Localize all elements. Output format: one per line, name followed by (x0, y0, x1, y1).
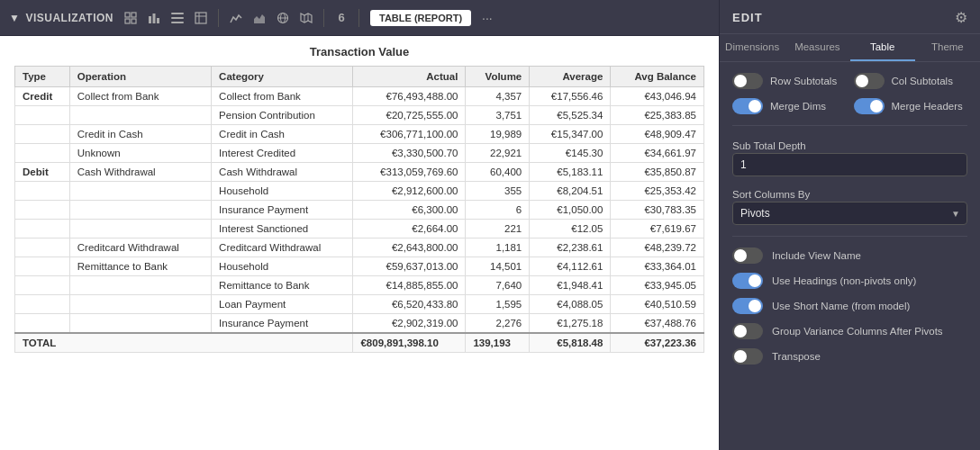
cell-category: Interest Credited (212, 144, 353, 163)
svg-rect-8 (171, 17, 184, 19)
gear-icon[interactable]: ⚙ (955, 9, 967, 26)
merge-headers-label: Merge Headers (892, 101, 963, 112)
cell-average: €17,556.46 (530, 87, 611, 106)
tab-table[interactable]: Table (850, 34, 915, 61)
cell-avg_balance: €48,239.72 (611, 238, 704, 257)
toolbar: ▼ VISUALIZATION (0, 0, 719, 36)
options-area: Row Subtotals Col Subtotals Merge Dims (720, 62, 980, 450)
table-row: Household€2,912,600.00355€8,204.51€25,35… (15, 182, 704, 201)
svg-rect-9 (171, 22, 184, 23)
col-type: Type (15, 67, 70, 87)
sort-columns-section: Sort Columns By Pivots Values Labels ▼ (732, 185, 967, 225)
cell-category: Household (212, 257, 353, 276)
cell-category: Loan Payment (212, 295, 353, 314)
group-variance-toggle[interactable] (732, 323, 763, 339)
bar-chart-icon[interactable] (144, 8, 164, 28)
cell-actual: €6,300.00 (353, 201, 466, 220)
cell-actual: €2,643,800.00 (353, 238, 466, 257)
area-chart-icon[interactable] (250, 8, 269, 28)
use-short-name-label: Use Short Name (from model) (772, 301, 910, 311)
cell-type (15, 125, 70, 144)
sub-total-depth-input[interactable] (732, 153, 967, 176)
table-grid-icon[interactable] (121, 8, 141, 28)
col-actual: Actual (353, 67, 466, 87)
visualization-title: ▼ VISUALIZATION (9, 12, 113, 24)
table-row: Remittance to Bank€14,885,855.007,640€1,… (15, 276, 704, 295)
cell-operation: Remittance to Bank (69, 257, 211, 276)
sub-total-depth-label: Sub Total Depth (732, 140, 967, 151)
cell-category: Remittance to Bank (212, 276, 353, 295)
merge-dims-item: Merge Dims (732, 98, 847, 114)
cell-volume: 60,400 (466, 163, 530, 182)
cell-category: Insurance Payment (212, 314, 353, 334)
use-short-name-toggle[interactable] (732, 298, 763, 314)
cell-avg_balance: €48,909.47 (611, 125, 704, 144)
table-row: Insurance Payment€6,300.006€1,050.00€30,… (15, 201, 704, 220)
table-row: Interest Sanctioned€2,664.00221€12.05€7,… (15, 220, 704, 238)
table-row: Creditcard WithdrawalCreditcard Withdraw… (15, 238, 704, 257)
cell-operation (69, 276, 211, 295)
chevron-down-icon[interactable]: ▼ (9, 12, 20, 24)
svg-rect-5 (153, 14, 156, 23)
transpose-toggle[interactable] (732, 348, 763, 364)
list-icon[interactable] (168, 8, 187, 28)
sort-columns-select[interactable]: Pivots Values Labels (732, 202, 967, 225)
tab-measures[interactable]: Measures (785, 34, 849, 61)
col-volume: Volume (466, 67, 530, 87)
cell-operation (69, 182, 211, 201)
cell-operation: Cash Withdrawal (69, 163, 211, 182)
col-subtotals-thumb (856, 75, 868, 87)
pivot-icon[interactable] (191, 8, 211, 28)
table-row: CreditCollect from BankCollect from Bank… (15, 87, 704, 106)
data-table: Type Operation Category Actual Volume Av… (14, 66, 704, 353)
tab-theme[interactable]: Theme (915, 34, 980, 61)
tab-dimensions[interactable]: Dimensions (720, 34, 785, 61)
cell-operation: Collect from Bank (69, 87, 211, 106)
cell-avg_balance: €37,488.76 (611, 314, 704, 334)
cell-volume: 4,357 (466, 87, 530, 106)
cell-volume: 1,181 (466, 238, 530, 257)
edit-title: EDIT (732, 11, 763, 24)
table-row: Insurance Payment€2,902,319.002,276€1,27… (15, 314, 704, 334)
row-subtotals-toggle[interactable] (732, 73, 763, 89)
include-view-name-label: Include View Name (772, 250, 861, 261)
line-chart-icon[interactable] (226, 8, 246, 28)
map-icon[interactable] (296, 8, 316, 28)
cell-operation: Unknown (69, 144, 211, 163)
merge-dims-toggle[interactable] (732, 98, 763, 114)
cell-average: €5,525.34 (530, 106, 611, 125)
merge-headers-toggle[interactable] (854, 98, 885, 114)
transpose-label: Transpose (772, 351, 821, 362)
cell-average: €4,088.05 (530, 295, 611, 314)
cell-avg_balance: €7,619.67 (611, 220, 704, 238)
cell-category: Creditcard Withdrawal (212, 238, 353, 257)
include-view-name-toggle[interactable] (732, 248, 763, 264)
cell-actual: €20,725,555.00 (353, 106, 466, 125)
total-value-3: €37,223.36 (611, 333, 704, 353)
cell-actual: €3,330,500.70 (353, 144, 466, 163)
table-row: UnknownInterest Credited€3,330,500.7022,… (15, 144, 704, 163)
more-options-icon[interactable]: ··· (482, 11, 493, 25)
table-report-label: TABLE (REPORT) (370, 10, 471, 26)
separator-1 (218, 9, 219, 27)
number-icon[interactable]: 6 (331, 8, 351, 28)
cell-volume: 221 (466, 220, 530, 238)
col-subtotals-toggle[interactable] (854, 73, 885, 89)
use-headings-toggle[interactable] (732, 273, 763, 289)
globe-icon[interactable] (273, 8, 293, 28)
col-average: Average (530, 67, 611, 87)
cell-operation (69, 201, 211, 220)
col-subtotals-item: Col Subtotals (854, 73, 968, 89)
cell-type (15, 238, 70, 257)
cell-category: Credit in Cash (212, 125, 353, 144)
merge-dims-label: Merge Dims (770, 101, 826, 112)
cell-category: Pension Contribution (212, 106, 353, 125)
cell-actual: €313,059,769.60 (353, 163, 466, 182)
svg-rect-3 (132, 19, 136, 23)
cell-average: €8,204.51 (530, 182, 611, 201)
cell-operation (69, 106, 211, 125)
total-row: TOTAL€809,891,398.10139,193€5,818.48€37,… (15, 333, 704, 353)
col-subtotals-label: Col Subtotals (892, 76, 953, 86)
cell-operation: Credit in Cash (69, 125, 211, 144)
cell-volume: 355 (466, 182, 530, 201)
